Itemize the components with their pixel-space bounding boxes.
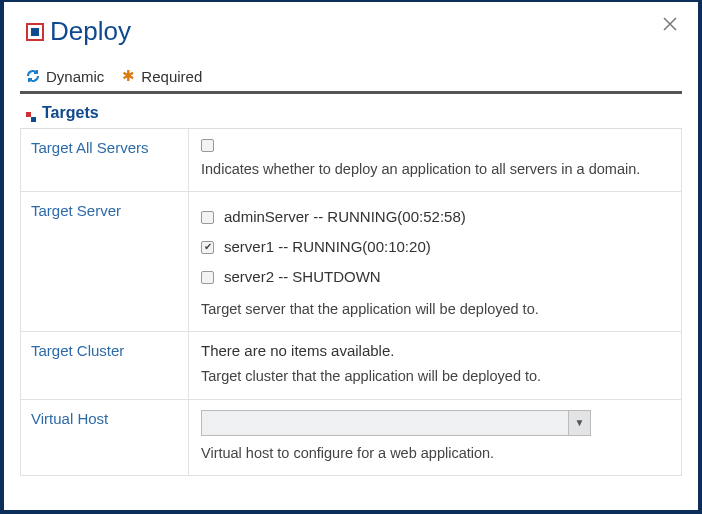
label-target-cluster: Target Cluster — [21, 332, 189, 398]
help-target-all-servers: Indicates whether to deploy an applicati… — [201, 158, 669, 181]
label-target-server: Target Server — [21, 192, 189, 331]
row-target-server: Target Server adminServer -- RUNNING(00:… — [20, 192, 682, 332]
legend-required-label: Required — [141, 68, 202, 85]
svg-rect-1 — [31, 28, 39, 36]
help-virtual-host: Virtual host to configure for a web appl… — [201, 442, 669, 465]
cluster-empty-message: There are no items available. — [201, 342, 669, 359]
virtual-host-select[interactable]: ▼ — [201, 410, 591, 436]
dialog-header: Deploy — [20, 2, 682, 51]
row-virtual-host: Virtual Host ▼ Virtual host to configure… — [20, 400, 682, 476]
checkbox-server-server2[interactable] — [201, 271, 214, 284]
properties-table: Target All Servers Indicates whether to … — [20, 128, 682, 476]
svg-rect-3 — [31, 117, 36, 122]
chevron-down-icon: ▼ — [568, 411, 590, 435]
section-icon — [26, 108, 36, 118]
dynamic-icon — [26, 69, 40, 83]
legend-dynamic-label: Dynamic — [46, 68, 104, 85]
server-label: server1 -- RUNNING(00:10:20) — [224, 232, 431, 262]
label-target-all-servers: Target All Servers — [21, 129, 189, 191]
help-target-server: Target server that the application will … — [201, 298, 669, 321]
checkbox-server-adminServer[interactable] — [201, 211, 214, 224]
help-target-cluster: Target cluster that the application will… — [201, 365, 669, 388]
section-heading: Targets — [20, 94, 682, 128]
section-title: Targets — [42, 104, 99, 122]
checkbox-server-server1[interactable] — [201, 241, 214, 254]
server-label: server2 -- SHUTDOWN — [224, 262, 381, 292]
checkbox-target-all-servers[interactable] — [201, 139, 214, 152]
server-label: adminServer -- RUNNING(00:52:58) — [224, 202, 466, 232]
svg-rect-2 — [26, 112, 31, 117]
deploy-dialog: Deploy Dynamic ✱ Required Targets Target… — [0, 0, 702, 514]
required-icon: ✱ — [122, 67, 135, 85]
row-target-cluster: Target Cluster There are no items availa… — [20, 332, 682, 399]
server-option: server2 -- SHUTDOWN — [201, 262, 669, 292]
server-option: server1 -- RUNNING(00:10:20) — [201, 232, 669, 262]
server-option: adminServer -- RUNNING(00:52:58) — [201, 202, 669, 232]
legend-row: Dynamic ✱ Required — [20, 51, 682, 94]
label-virtual-host: Virtual Host — [21, 400, 189, 475]
dialog-title: Deploy — [50, 16, 131, 47]
close-icon[interactable] — [660, 14, 680, 34]
deploy-icon — [26, 23, 44, 41]
row-target-all-servers: Target All Servers Indicates whether to … — [20, 129, 682, 192]
